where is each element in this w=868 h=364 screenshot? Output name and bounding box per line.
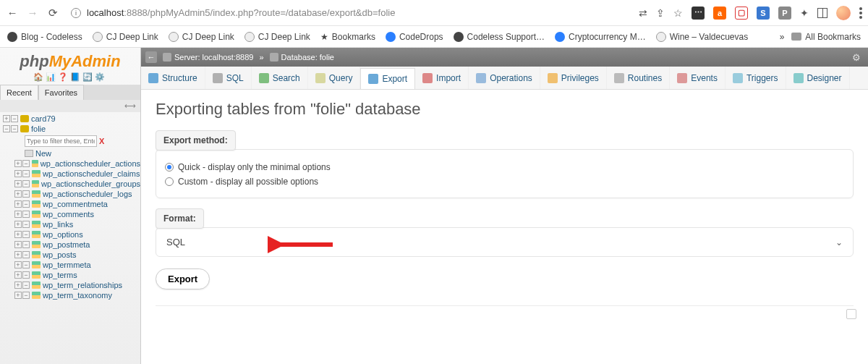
tab-icon bbox=[422, 73, 433, 83]
table-icon bbox=[32, 292, 41, 299]
tab-designer[interactable]: Designer bbox=[786, 67, 850, 89]
tree-table[interactable]: +−wp_actionscheduler_logs bbox=[3, 189, 140, 199]
url-text: localhost:8888/phpMyAdmin5/index.php?rou… bbox=[87, 7, 395, 18]
tab-export[interactable]: Export bbox=[360, 68, 415, 89]
filter-clear-icon[interactable]: X bbox=[99, 137, 104, 145]
extension-icon[interactable]: ▢ bbox=[735, 7, 748, 20]
star-icon[interactable]: ☆ bbox=[673, 7, 683, 19]
breadcrumb-server[interactable]: Server: localhost:8889 bbox=[163, 53, 253, 62]
reload-button[interactable]: ⟳ bbox=[46, 7, 59, 20]
tree-table[interactable]: +−wp_links bbox=[3, 219, 140, 229]
radio-custom[interactable]: Custom - display all possible options bbox=[165, 174, 844, 189]
tab-routines[interactable]: Routines bbox=[607, 67, 670, 89]
tree-db-card79[interactable]: +−card79 bbox=[3, 114, 140, 124]
tab-events[interactable]: Events bbox=[670, 67, 726, 89]
tab-icon bbox=[677, 73, 687, 83]
tab-icon bbox=[368, 74, 378, 84]
breadcrumb-database[interactable]: Database: folie bbox=[270, 53, 334, 62]
tree-new[interactable]: New bbox=[3, 148, 140, 158]
tree-table[interactable]: +−wp_actionscheduler_claims bbox=[3, 169, 140, 179]
extension-icon[interactable]: ⋯ bbox=[692, 7, 705, 20]
breadcrumb-separator: » bbox=[259, 53, 263, 62]
tab-import[interactable]: Import bbox=[415, 67, 469, 89]
tab-operations[interactable]: Operations bbox=[469, 67, 540, 89]
translate-icon[interactable]: ⇄ bbox=[639, 7, 647, 19]
sidebar-tab-recent[interactable]: Recent bbox=[0, 85, 38, 100]
site-info-icon[interactable]: i bbox=[71, 8, 81, 18]
bookmark-item[interactable]: Wine – Valdecuevas bbox=[656, 32, 749, 42]
bookmark-item[interactable]: CodeDrops bbox=[386, 32, 443, 42]
bookmark-item[interactable]: CJ Deep Link bbox=[169, 32, 234, 42]
profile-avatar[interactable] bbox=[836, 6, 851, 20]
back-button[interactable]: ← bbox=[6, 7, 19, 20]
table-icon bbox=[32, 170, 41, 177]
export-button[interactable]: Export bbox=[156, 268, 210, 289]
tree-table[interactable]: +−wp_actionscheduler_groups bbox=[3, 179, 140, 189]
radio-icon bbox=[165, 177, 174, 186]
table-icon bbox=[32, 271, 41, 279]
tree-db-folie[interactable]: −−folie bbox=[3, 124, 140, 134]
tree-table[interactable]: +−wp_postmeta bbox=[3, 240, 140, 250]
bookmark-item[interactable]: CJ Deep Link bbox=[93, 32, 158, 42]
database-icon bbox=[20, 125, 29, 132]
extension-icon[interactable]: a bbox=[713, 7, 726, 20]
tab-triggers[interactable]: Triggers bbox=[726, 67, 786, 89]
gear-icon[interactable]: ⚙ bbox=[852, 52, 861, 63]
tree-table[interactable]: +−wp_actionscheduler_actions bbox=[3, 158, 140, 169]
main-area: ← Server: localhost:8889 » Database: fol… bbox=[141, 48, 868, 364]
bookmark-item[interactable]: CJ Deep Link bbox=[244, 32, 310, 42]
tree-table[interactable]: +−wp_options bbox=[3, 229, 140, 240]
tab-privileges[interactable]: Privileges bbox=[540, 67, 607, 89]
tab-icon bbox=[733, 73, 743, 83]
table-icon bbox=[32, 251, 41, 258]
bookmark-item[interactable]: Cryptocurrency M… bbox=[555, 32, 646, 42]
breadcrumb-back-icon[interactable]: ← bbox=[145, 51, 157, 63]
resize-handle-icon[interactable] bbox=[846, 309, 856, 319]
table-icon bbox=[32, 190, 41, 198]
tab-search[interactable]: Search bbox=[252, 67, 308, 89]
tree-table[interactable]: +−wp_comments bbox=[3, 209, 140, 219]
page-content: Exporting tables from "folie" database E… bbox=[141, 90, 868, 329]
table-icon bbox=[32, 180, 39, 187]
tab-structure[interactable]: Structure bbox=[141, 67, 205, 89]
annotation-arrow bbox=[268, 234, 333, 255]
collapse-handle[interactable]: ⟷ bbox=[0, 100, 140, 112]
bookmark-item[interactable]: ★Bookmarks bbox=[320, 32, 375, 42]
tree-table[interactable]: +−wp_term_taxonomy bbox=[3, 290, 140, 300]
address-bar[interactable]: i localhost:8888/phpMyAdmin5/index.php?r… bbox=[71, 7, 395, 18]
all-bookmarks[interactable]: All Bookmarks bbox=[791, 32, 861, 42]
format-select[interactable]: SQL ⌄ bbox=[156, 227, 854, 257]
tab-query[interactable]: Query bbox=[308, 67, 361, 89]
radio-label: Custom - display all possible options bbox=[178, 177, 318, 187]
sidebar-tab-favorites[interactable]: Favorites bbox=[38, 85, 84, 100]
database-tree: +−card79 −−folie X New +−wp_actionschedu… bbox=[0, 112, 140, 300]
kebab-menu-icon[interactable] bbox=[859, 12, 862, 14]
sidebar-quick-icons[interactable]: 🏠📊❓📘🔄⚙️ bbox=[0, 72, 140, 85]
extensions-puzzle-icon[interactable]: ✦ bbox=[800, 7, 809, 19]
forward-button[interactable]: → bbox=[26, 7, 39, 20]
tree-table[interactable]: +−wp_terms bbox=[3, 270, 140, 280]
bookmark-item[interactable]: Blog - Codeless bbox=[7, 32, 82, 42]
bookmarks-overflow[interactable]: » bbox=[780, 32, 785, 42]
share-icon[interactable]: ⇪ bbox=[656, 7, 665, 19]
phpmyadmin-logo[interactable]: phpMyAdmin bbox=[0, 48, 140, 72]
tab-icon bbox=[476, 73, 486, 83]
tab-icon bbox=[793, 73, 804, 83]
database-icon bbox=[270, 53, 278, 62]
table-icon bbox=[32, 282, 41, 289]
tree-table[interactable]: +−wp_commentmeta bbox=[3, 199, 140, 209]
panel-icon[interactable] bbox=[817, 8, 827, 18]
tree-table[interactable]: +−wp_termmeta bbox=[3, 260, 140, 270]
filter-input[interactable] bbox=[25, 135, 97, 147]
extension-icon[interactable]: S bbox=[757, 7, 770, 20]
radio-quick[interactable]: Quick - display only the minimal options bbox=[165, 160, 844, 174]
bookmark-item[interactable]: Codeless Support… bbox=[454, 32, 545, 42]
tab-sql[interactable]: SQL bbox=[205, 67, 252, 89]
sidebar: phpMyAdmin 🏠📊❓📘🔄⚙️ Recent Favorites ⟷ +−… bbox=[0, 48, 141, 364]
tree-table[interactable]: +−wp_posts bbox=[3, 250, 140, 260]
browser-actions: ⇄ ⇪ ☆ ⋯ a ▢ S P ✦ bbox=[639, 6, 862, 20]
radio-selected-icon bbox=[165, 163, 174, 172]
table-icon bbox=[32, 261, 41, 268]
tree-table[interactable]: +−wp_term_relationships bbox=[3, 280, 140, 290]
extension-icon[interactable]: P bbox=[778, 7, 791, 20]
